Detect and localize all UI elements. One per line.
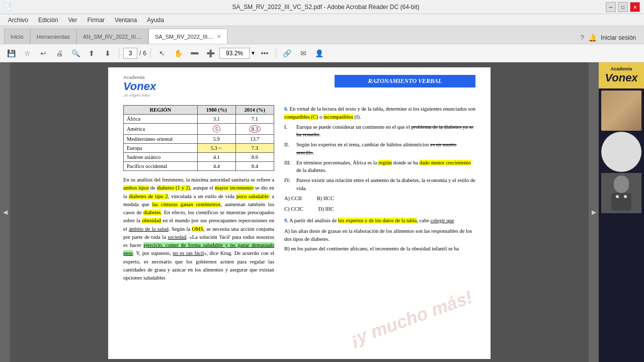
pdf-page: Academia Vonex ¡te origen más! RAZONAMIE…: [108, 67, 491, 359]
circled-value: 5: [213, 125, 220, 133]
question-8-text: En virtud de la lectura del texto y de l…: [284, 106, 475, 120]
tab-inicio[interactable]: Inicio: [4, 29, 30, 44]
svg-point-0: [614, 140, 628, 154]
tab-herramientas[interactable]: Herramientas: [30, 29, 76, 44]
save-button[interactable]: 💾: [4, 46, 18, 60]
page-next-button[interactable]: ⬇: [101, 46, 115, 60]
table-row: Sudeste asiático 4.1 8.6: [124, 153, 274, 162]
email-tool[interactable]: ✉: [296, 46, 310, 60]
val-europa-2014: 7.3: [235, 144, 274, 153]
print-button[interactable]: 🖨: [52, 46, 66, 60]
answer-a: A) CCII: [284, 196, 302, 201]
underline-ambito: ámbito de la salud: [129, 226, 169, 232]
table-row: Pacífico occidental 4.4 8.4: [124, 162, 274, 171]
vonex-panel-logo: Academia Vonex: [599, 62, 644, 88]
val-america-2014: 8.3: [235, 124, 274, 135]
zoom-control: ▼: [219, 48, 256, 59]
more-tools-button[interactable]: •••: [258, 46, 272, 60]
val-africa-2014: 7.1: [235, 115, 274, 124]
highlight-compatibles: compatibles (C): [284, 114, 318, 120]
page-total: 6: [143, 50, 146, 57]
close-button[interactable]: ✕: [630, 2, 640, 12]
zoom-in-tool[interactable]: ➕: [203, 46, 217, 60]
list-item: A) las altas dosis de grasas en la elabo…: [284, 227, 475, 243]
window-title: SA_SM_RV_2022_III_VC_S2.pdf - Adobe Acro…: [12, 4, 640, 11]
question-9: 9. A partir del análisis de los expertos…: [284, 217, 475, 253]
highlight-dado: dado menor crecimiento: [420, 160, 471, 165]
region-med: Mediterráneo oriental: [124, 135, 198, 144]
underline-colegir: colegir que: [430, 218, 454, 223]
right-panel: Academia Vonex: [599, 62, 644, 362]
menu-bar: Archivo Edición Ver Firmar Ventana Ayuda: [0, 14, 644, 26]
strikethrough-asunto: es un asunto sencillo: [296, 142, 456, 155]
list-item: B) en los países del continente africano…: [284, 245, 475, 253]
help-icon[interactable]: ?: [580, 34, 584, 42]
menu-archivo[interactable]: Archivo: [4, 16, 32, 25]
account-tool[interactable]: 👤: [312, 46, 327, 60]
svg-point-4: [616, 195, 619, 198]
minimize-button[interactable]: ─: [606, 2, 616, 12]
question-9-text: A partir del análisis de los expertos y …: [289, 218, 454, 223]
strikethrough-problema: problema de la diabetes ya se ha resuelt…: [296, 124, 473, 138]
list-item: III. En términos porcentuales, África es…: [284, 159, 475, 175]
region-pacifico: Pacífico occidental: [124, 162, 198, 171]
watermark: ¡y mucho más!: [348, 287, 475, 350]
val-med-1980: 5.9: [197, 135, 235, 144]
tab-close-icon[interactable]: ✕: [217, 34, 221, 39]
zoom-input[interactable]: [219, 48, 250, 59]
sidebar-left-arrow[interactable]: ◀: [0, 62, 10, 362]
cursor-tool[interactable]: ↖: [155, 46, 169, 60]
answer-d: D) IIIC: [318, 206, 334, 212]
svg-point-1: [611, 155, 631, 167]
vonex-panel-tagline: Academia: [601, 66, 642, 71]
edit-icon: ✏: [218, 146, 222, 151]
link-tool[interactable]: 🔗: [280, 46, 294, 60]
table-header-2014: 2014 (%): [235, 106, 274, 115]
table-row: Europa 5.3✏ 7.3: [124, 144, 274, 153]
data-table: REGIÓN 1980 (%) 2014 (%) África 3.1 7.1: [123, 105, 274, 171]
list-item: IV. Parece existir una relación entre el…: [284, 176, 475, 193]
highlight-obesidad: obesidad: [142, 218, 160, 223]
main-area: ◀ Academia Vonex ¡te origen más! RAZONAM…: [0, 62, 644, 362]
answers-row-2: C) CCIC D) IIIC: [284, 206, 475, 212]
pan-tool[interactable]: ✋: [171, 46, 185, 60]
back-button[interactable]: ↩: [36, 46, 50, 60]
page-nav: / 6: [123, 48, 146, 59]
list-item: I. Europa se puede considerar un contine…: [284, 123, 475, 139]
highlight-expertos: los expertos y de los datos de la tabla: [338, 218, 417, 223]
tab-sa[interactable]: SA_SM_RV_2022_III.... ✕: [148, 29, 227, 44]
bookmark-button[interactable]: ☆: [20, 46, 34, 60]
menu-ver[interactable]: Ver: [64, 16, 81, 25]
zoom-dropdown-icon[interactable]: ▼: [251, 50, 256, 56]
highlight-incompatibles: incompatibles: [324, 114, 353, 120]
menu-edicion[interactable]: Edición: [34, 16, 62, 25]
underline-noes: no es tan fácil: [173, 250, 204, 256]
vonex-logo-container: Academia Vonex ¡te origen más!: [123, 75, 156, 98]
list-item: II. Según los expertos en el tema, cambi…: [284, 141, 475, 157]
tab-an[interactable]: AN_SM_RV_2022_III....: [76, 29, 148, 44]
sidebar-right-arrow[interactable]: ▶: [589, 62, 599, 362]
signin-button[interactable]: Iniciar sesión: [601, 34, 636, 41]
underline-sociedad: sociedad: [168, 234, 186, 240]
panel-face-image: [601, 90, 641, 131]
region-africa: África: [124, 115, 198, 124]
roman-list: I. Europa se puede considerar un contine…: [284, 123, 475, 193]
table-row: África 3.1 7.1: [124, 115, 274, 124]
svg-rect-3: [611, 193, 631, 211]
page-input[interactable]: [123, 48, 137, 59]
menu-firmar[interactable]: Firmar: [83, 16, 109, 25]
zoom-out-tool[interactable]: ➖: [187, 46, 201, 60]
page-prev-button[interactable]: ⬆: [85, 46, 99, 60]
zoom-out-button[interactable]: 🔍: [68, 46, 83, 60]
menu-ayuda[interactable]: Ayuda: [143, 16, 168, 25]
svg-rect-2: [614, 175, 629, 193]
bell-icon[interactable]: 🔔: [588, 34, 597, 42]
val-europa-1980: 5.3✏: [197, 144, 235, 153]
val-america-1980: 5: [197, 124, 235, 135]
panel-avatar-image: [601, 132, 641, 172]
svg-point-5: [624, 195, 627, 198]
content-area: REGIÓN 1980 (%) 2014 (%) África 3.1 7.1: [123, 105, 475, 282]
highlight-tipo2: diabetes de tipo 2: [129, 194, 168, 199]
menu-ventana[interactable]: Ventana: [111, 16, 141, 25]
maximize-button[interactable]: □: [618, 2, 628, 12]
